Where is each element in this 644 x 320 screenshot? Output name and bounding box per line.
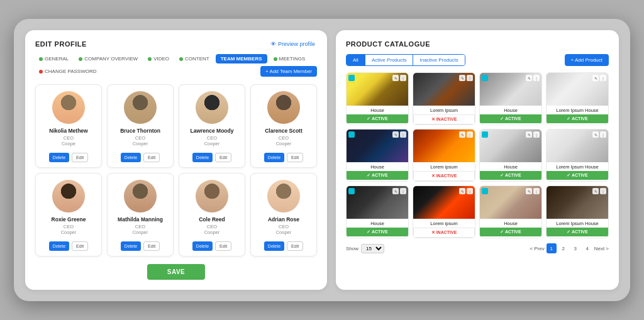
- pencil-icon-0[interactable]: ✎: [392, 75, 399, 81]
- save-button[interactable]: SAVE: [147, 264, 206, 280]
- tab-change-password[interactable]: CHANGE PASSWORD: [35, 67, 101, 76]
- member-company-roxie: Cooper: [61, 229, 77, 235]
- trash-icon-7[interactable]: ⋮: [600, 131, 606, 138]
- delete-roxie[interactable]: Delete: [49, 241, 69, 251]
- product-status-6[interactable]: ✓ ACTIVE: [480, 171, 541, 180]
- delete-lawrence[interactable]: Delete: [192, 153, 213, 162]
- product-status-1[interactable]: ✕ INACTIVE: [413, 114, 475, 124]
- member-actions-mathilda: Delete Edit: [121, 241, 160, 251]
- pagination-row: Show 15 25 50 < Prev 1 2 3 4 Next >: [346, 243, 609, 253]
- trash-icon-10[interactable]: ⋮: [533, 188, 540, 194]
- pencil-icon-2[interactable]: ✎: [526, 75, 532, 81]
- pencil-icon-5[interactable]: ✎: [459, 131, 465, 138]
- left-panel-header: EDIT PROFILE 👁Preview profile: [35, 40, 317, 48]
- edit-clarence[interactable]: Edit: [287, 153, 303, 162]
- meetings-dot: [274, 57, 277, 61]
- tab-content[interactable]: CONTENT: [175, 54, 213, 63]
- filter-inactive-products[interactable]: Inactive Products: [413, 55, 464, 65]
- page-1[interactable]: 1: [547, 243, 557, 253]
- save-row: SAVE: [35, 264, 317, 280]
- preview-profile-link[interactable]: 👁Preview profile: [270, 41, 317, 47]
- delete-nikolia[interactable]: Delete: [49, 153, 69, 162]
- tab-video[interactable]: VIDEO: [144, 54, 173, 63]
- product-card-3: ✎ ⋮ Lorem Ipsum House ✓ ACTIVE: [546, 72, 609, 125]
- product-label-7: Lorem Ipsum House: [547, 162, 608, 171]
- trash-icon-2[interactable]: ⋮: [533, 75, 540, 81]
- member-role-clarence: CEO: [279, 135, 289, 141]
- edit-adrian[interactable]: Edit: [287, 241, 303, 251]
- delete-clarence[interactable]: Delete: [264, 153, 284, 162]
- product-actions-2: ✎ ⋮: [526, 75, 540, 81]
- product-status-5[interactable]: ✕ INACTIVE: [413, 171, 475, 181]
- product-status-3[interactable]: ✓ ACTIVE: [547, 114, 608, 123]
- show-select[interactable]: 15 25 50: [361, 244, 384, 253]
- filter-all[interactable]: All: [347, 55, 365, 65]
- pencil-icon-11[interactable]: ✎: [592, 188, 599, 194]
- page-2[interactable]: 2: [558, 243, 569, 253]
- pencil-icon-4[interactable]: ✎: [392, 131, 399, 138]
- trash-icon-3[interactable]: ⋮: [600, 75, 606, 81]
- tab-team-members[interactable]: TEAM MEMBERS: [216, 54, 267, 63]
- member-role-cole: CEO: [207, 224, 217, 229]
- product-status-9[interactable]: ✕ INACTIVE: [413, 228, 475, 238]
- edit-roxie[interactable]: Edit: [72, 241, 88, 251]
- prev-page[interactable]: < Prev: [530, 246, 544, 251]
- product-status-11[interactable]: ✓ ACTIVE: [547, 228, 608, 236]
- product-status-2[interactable]: ✓ ACTIVE: [480, 114, 541, 123]
- left-panel-title: EDIT PROFILE: [35, 40, 87, 48]
- member-role-nikolia: CEO: [64, 135, 74, 141]
- edit-lawrence[interactable]: Edit: [215, 153, 231, 162]
- member-name-mathilda: Mathilda Manning: [118, 216, 163, 223]
- next-page[interactable]: Next >: [594, 246, 609, 251]
- trash-icon-11[interactable]: ⋮: [600, 188, 606, 194]
- page-4[interactable]: 4: [582, 243, 592, 253]
- tab-meetings[interactable]: MEETINGS: [270, 54, 309, 63]
- tab-general[interactable]: GENERAL: [35, 54, 72, 63]
- edit-bruce[interactable]: Edit: [143, 153, 160, 162]
- pencil-icon-7[interactable]: ✎: [592, 131, 599, 138]
- trash-icon-5[interactable]: ⋮: [467, 131, 473, 138]
- add-member-button[interactable]: + Add Team Member: [260, 66, 317, 77]
- pencil-icon-3[interactable]: ✎: [592, 75, 599, 81]
- delete-bruce[interactable]: Delete: [121, 153, 141, 162]
- member-role-mathilda: CEO: [135, 224, 145, 229]
- avatar-mathilda: [124, 180, 157, 212]
- product-actions-10: ✎ ⋮: [526, 188, 540, 194]
- product-card-8: ✎ ⋮ House ✓ ACTIVE: [346, 185, 409, 238]
- trash-icon-0[interactable]: ⋮: [400, 75, 406, 81]
- trash-icon-6[interactable]: ⋮: [533, 131, 540, 138]
- trash-icon-9[interactable]: ⋮: [467, 188, 473, 194]
- product-status-8[interactable]: ✓ ACTIVE: [347, 228, 408, 236]
- page-3[interactable]: 3: [570, 243, 580, 253]
- delete-adrian[interactable]: Delete: [264, 241, 284, 251]
- product-actions-1: ✎ ⋮: [459, 75, 473, 81]
- pencil-icon-9[interactable]: ✎: [459, 188, 465, 194]
- member-actions-lawrence: Delete Edit: [192, 153, 231, 162]
- trash-icon-8[interactable]: ⋮: [400, 188, 406, 194]
- product-status-0[interactable]: ✓ ACTIVE: [347, 114, 408, 123]
- pencil-icon-6[interactable]: ✎: [526, 131, 532, 138]
- product-status-7[interactable]: ✓ ACTIVE: [547, 171, 608, 180]
- product-actions-8: ✎ ⋮: [392, 188, 406, 194]
- right-panel: PRODUCT CATALOGUE All Active Products In…: [336, 30, 619, 290]
- pencil-icon-10[interactable]: ✎: [526, 188, 532, 194]
- trash-icon-1[interactable]: ⋮: [467, 75, 473, 81]
- product-status-10[interactable]: ✓ ACTIVE: [480, 228, 541, 236]
- filter-active-products[interactable]: Active Products: [365, 55, 414, 65]
- delete-mathilda[interactable]: Delete: [121, 241, 141, 251]
- edit-nikolia[interactable]: Edit: [72, 153, 88, 162]
- product-card-10: ✎ ⋮ House ✓ ACTIVE: [479, 185, 542, 238]
- pencil-icon-8[interactable]: ✎: [392, 188, 399, 194]
- product-image-11: ✎ ⋮: [547, 186, 608, 219]
- edit-mathilda[interactable]: Edit: [143, 241, 160, 251]
- trash-icon-4[interactable]: ⋮: [400, 131, 406, 138]
- product-status-4[interactable]: ✓ ACTIVE: [347, 171, 408, 180]
- edit-cole[interactable]: Edit: [215, 241, 231, 251]
- pencil-icon-1[interactable]: ✎: [459, 75, 465, 81]
- delete-cole[interactable]: Delete: [192, 241, 213, 251]
- member-actions-clarence: Delete Edit: [264, 153, 303, 162]
- member-card-bruce: Bruce Thornton CEO Cooper Delete Edit: [107, 84, 174, 168]
- tab-company-overview[interactable]: COMPANY OVERVIEW: [75, 54, 142, 63]
- add-product-button[interactable]: + Add Product: [565, 54, 609, 66]
- products-grid: ✎ ⋮ House ✓ ACTIVE ✎ ⋮ Lorem Ipsum ✕ INA…: [346, 72, 609, 238]
